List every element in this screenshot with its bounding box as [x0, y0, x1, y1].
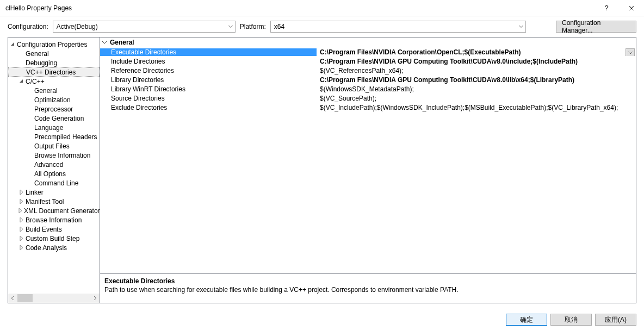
tree-item[interactable]: Linker [8, 188, 100, 197]
property-grid: General Executable DirectoriesC:\Program… [100, 38, 636, 273]
ok-label: 确定 [520, 315, 533, 325]
apply-button[interactable]: 应用(A) [595, 314, 636, 326]
property-value[interactable]: C:\Program Files\NVIDIA GPU Computing To… [317, 58, 636, 65]
chevron-down-icon [519, 26, 523, 28]
tree-item[interactable]: Advanced [8, 160, 100, 169]
platform-label: Platform: [240, 23, 266, 30]
tree-item[interactable]: Browse Information [8, 151, 100, 160]
tree-item-label: Code Generation [33, 115, 84, 122]
expand-icon[interactable] [18, 236, 24, 241]
configuration-combo[interactable]: Active(Debug) [53, 21, 236, 33]
tree-item[interactable]: Custom Build Step [8, 234, 100, 243]
tree-item-label: Optimization [33, 96, 71, 104]
platform-value: x64 [274, 23, 284, 30]
tree-hscrollbar[interactable] [8, 294, 100, 303]
help-button[interactable]: ? [594, 0, 619, 16]
tree-item-label: Debugging [24, 59, 57, 67]
property-value[interactable]: $(WindowsSDK_MetadataPath); [317, 85, 636, 93]
close-icon [629, 5, 634, 11]
expand-icon[interactable] [18, 190, 24, 195]
tree-item-label: Browse Information [33, 152, 90, 159]
configuration-value: Active(Debug) [57, 23, 98, 30]
tree-item[interactable]: XML Document Generator [8, 206, 100, 215]
tree-item[interactable]: Build Events [8, 225, 100, 234]
tree-item[interactable]: VC++ Directories [8, 67, 100, 77]
ok-button[interactable]: 确定 [506, 314, 547, 326]
tree-item-label: Custom Build Step [24, 235, 79, 242]
tree-item-label: Command Line [33, 179, 78, 187]
property-value[interactable]: C:\Program Files\NVIDIA Corporation\Open… [317, 48, 636, 56]
grid-row[interactable]: Executable DirectoriesC:\Program Files\N… [100, 47, 636, 57]
property-value[interactable]: $(VC_IncludePath);$(WindowsSDK_IncludePa… [317, 104, 636, 111]
description-panel: Executable Directories Path to use when … [100, 273, 636, 303]
tree-item[interactable]: Precompiled Headers [8, 132, 100, 141]
tree-item[interactable]: General [8, 49, 100, 58]
tree-item-label: Build Events [24, 226, 62, 233]
grid-row[interactable]: Exclude Directories$(VC_IncludePath);$(W… [100, 103, 636, 112]
property-grid-panel: General Executable DirectoriesC:\Program… [100, 38, 636, 303]
grid-section-header[interactable]: General [100, 38, 636, 47]
grid-row[interactable]: Include DirectoriesC:\Program Files\NVID… [100, 57, 636, 66]
window-buttons: ? [594, 0, 644, 16]
configuration-manager-button[interactable]: Configuration Manager... [556, 21, 636, 33]
tree-item[interactable]: Language [8, 123, 100, 132]
tree-root[interactable]: Configuration Properties [8, 40, 100, 49]
property-name: Source Directories [100, 95, 317, 102]
dropdown-button[interactable] [626, 48, 635, 56]
tree-item[interactable]: Optimization [8, 95, 100, 104]
tree-item[interactable]: Debugging [8, 58, 100, 67]
tree-item[interactable]: Preprocessor [8, 104, 100, 114]
tree-item-label: XML Document Generator [23, 207, 100, 215]
property-name: Exclude Directories [100, 104, 317, 111]
expand-icon[interactable] [18, 227, 24, 232]
title-bar: clHello Property Pages ? [0, 0, 644, 16]
tree-item-label: Browse Information [24, 216, 82, 224]
tree-item[interactable]: Output Files [8, 141, 100, 151]
property-name: Executable Directories [100, 48, 317, 56]
tree-item[interactable]: Command Line [8, 178, 100, 188]
property-value[interactable]: $(VC_ReferencesPath_x64); [317, 67, 636, 74]
grid-row[interactable]: Library DirectoriesC:\Program Files\NVID… [100, 75, 636, 84]
chevron-down-icon [628, 52, 633, 54]
collapse-icon[interactable] [102, 41, 110, 44]
tree-item[interactable]: C/C++ [8, 77, 100, 86]
tree-item-label: Manifest Tool [24, 198, 64, 206]
property-value[interactable]: C:\Program Files\NVIDIA GPU Computing To… [317, 76, 636, 84]
tree-item-label: Output Files [33, 142, 70, 150]
tree-item-label: Preprocessor [33, 105, 73, 113]
collapse-icon[interactable] [18, 79, 24, 84]
collapse-icon[interactable] [9, 42, 16, 47]
tree-item[interactable]: Code Analysis [8, 243, 100, 252]
apply-label: 应用(A) [605, 315, 627, 325]
cancel-label: 取消 [565, 315, 578, 325]
grid-row[interactable]: Source Directories$(VC_SourcePath); [100, 94, 636, 103]
tree-item[interactable]: Manifest Tool [8, 197, 100, 206]
grid-row[interactable]: Library WinRT Directories$(WindowsSDK_Me… [100, 84, 636, 94]
expand-icon[interactable] [18, 217, 24, 222]
property-value[interactable]: $(VC_SourcePath); [317, 95, 636, 102]
scroll-left-icon[interactable] [8, 294, 17, 303]
expand-icon[interactable] [18, 208, 23, 213]
platform-combo[interactable]: x64 [270, 21, 526, 33]
tree-item-label: VC++ Directories [25, 69, 76, 76]
expand-icon[interactable] [18, 199, 24, 204]
scroll-right-icon[interactable] [90, 294, 100, 303]
tree-item-label: All Options [33, 170, 66, 178]
top-controls: Configuration: Active(Debug) Platform: x… [0, 16, 644, 37]
tree-item[interactable]: General [8, 86, 100, 95]
expand-icon[interactable] [18, 245, 24, 250]
tree-item-label: Language [33, 124, 63, 132]
grid-row[interactable]: Reference Directories$(VC_ReferencesPath… [100, 66, 636, 75]
property-tree: Configuration Properties GeneralDebuggin… [8, 38, 100, 303]
tree-item[interactable]: Code Generation [8, 114, 100, 123]
close-button[interactable] [619, 0, 644, 16]
main-panel: Configuration Properties GeneralDebuggin… [8, 37, 636, 303]
tree-item-label: C/C++ [24, 78, 45, 85]
cancel-button[interactable]: 取消 [550, 314, 592, 326]
scrollbar-thumb[interactable] [17, 294, 33, 302]
tree-item-label: Code Analysis [24, 244, 67, 252]
tree-item[interactable]: Browse Information [8, 215, 100, 225]
tree-item[interactable]: All Options [8, 169, 100, 178]
dialog-buttons: 确定 取消 应用(A) [506, 314, 636, 326]
description-text: Path to use when searching for executabl… [104, 286, 631, 294]
